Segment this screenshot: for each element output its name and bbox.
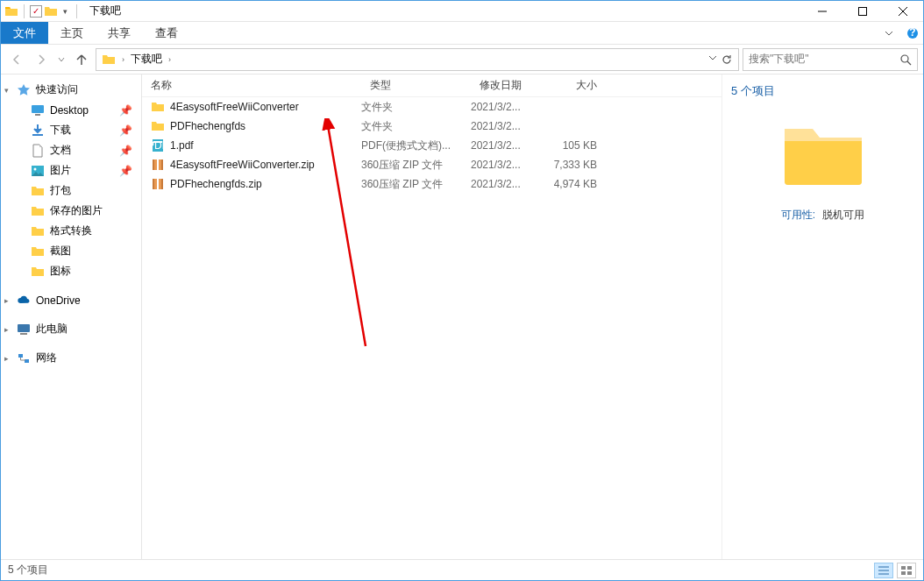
maximize-button[interactable] [842, 1, 883, 22]
file-type: 文件夹 [361, 119, 471, 134]
pin-icon: 📌 [119, 124, 132, 137]
folder-icon [31, 265, 45, 279]
view-details-button[interactable] [874, 563, 893, 578]
sidebar-item-folder[interactable]: 打包 [1, 181, 141, 201]
chevron-right-icon[interactable]: ▸ [4, 296, 9, 305]
column-header-type[interactable]: 类型 [361, 78, 471, 93]
close-button[interactable] [883, 1, 923, 22]
sidebar-item-folder[interactable]: 截图 [1, 241, 141, 261]
document-icon [31, 144, 45, 158]
file-date: 2021/3/2... [471, 120, 541, 132]
svg-rect-15 [18, 354, 23, 358]
back-button[interactable] [6, 49, 27, 70]
column-header-name[interactable]: 名称 [142, 78, 361, 93]
file-date: 2021/3/2... [471, 159, 541, 171]
search-input[interactable]: 搜索"下载吧" [743, 48, 918, 71]
sidebar-network[interactable]: ▸ 网络 [1, 348, 141, 368]
sidebar-onedrive[interactable]: ▸ OneDrive [1, 290, 141, 310]
refresh-icon[interactable] [721, 53, 733, 66]
navigation-bar: › 下载吧 › 搜索"下载吧" [1, 45, 923, 74]
preview-pane: 5 个项目 可用性: 脱机可用 [721, 74, 923, 559]
sidebar-item-folder[interactable]: 图标 [1, 261, 141, 281]
file-list[interactable]: 名称 类型 修改日期 大小 4EasysoftFreeWiiConverter文… [142, 74, 721, 559]
folder-icon [151, 119, 165, 133]
file-row[interactable]: PDFhechengfds.zip360压缩 ZIP 文件2021/3/2...… [142, 174, 721, 194]
svg-text:?: ? [909, 27, 915, 39]
availability-label: 可用性: [781, 208, 815, 223]
tab-home[interactable]: 主页 [48, 22, 96, 44]
sidebar-item-desktop[interactable]: Desktop 📌 [1, 100, 141, 120]
tab-view[interactable]: 查看 [143, 22, 190, 44]
svg-rect-13 [18, 324, 30, 332]
file-date: 2021/3/2... [471, 101, 541, 113]
file-row[interactable]: 4EasysoftFreeWiiConverter文件夹2021/3/2... [142, 97, 721, 117]
sidebar-item-label: 打包 [50, 183, 71, 198]
pin-icon: 📌 [119, 145, 132, 157]
folder-icon [31, 204, 45, 218]
forward-button[interactable] [31, 49, 52, 70]
qat-check-icon[interactable]: ✓ [30, 5, 42, 18]
column-headers: 名称 类型 修改日期 大小 [142, 74, 721, 97]
file-date: 2021/3/2... [471, 139, 541, 152]
availability-row: 可用性: 脱机可用 [781, 208, 864, 223]
file-type: PDF(便携式文档)... [361, 138, 471, 153]
help-icon[interactable]: ? [902, 22, 923, 44]
minimize-button[interactable] [802, 1, 842, 22]
sidebar-item-label: 下载 [50, 123, 71, 138]
file-row[interactable]: PDF1.pdfPDF(便携式文档)...2021/3/2...105 KB [142, 136, 721, 155]
sidebar: ▾ 快速访问 Desktop 📌 下载 📌 文档 📌 图片 📌 打包 [1, 74, 142, 559]
download-icon [31, 124, 45, 138]
qat-dropdown-icon[interactable]: ▾ [60, 7, 71, 16]
sidebar-item-folder[interactable]: 格式转换 [1, 221, 141, 241]
svg-rect-14 [20, 333, 27, 335]
address-dropdown-icon[interactable] [708, 53, 717, 66]
file-name: 1.pdf [170, 139, 194, 152]
view-icons-button[interactable] [897, 563, 916, 578]
svg-rect-31 [907, 566, 912, 570]
chevron-right-icon[interactable]: › [119, 55, 127, 64]
folder-icon [151, 100, 165, 114]
sidebar-item-label: 格式转换 [50, 223, 92, 238]
expand-ribbon-icon[interactable] [876, 22, 902, 44]
file-tab[interactable]: 文件 [1, 22, 48, 44]
sidebar-item-documents[interactable]: 文档 📌 [1, 140, 141, 160]
address-bar[interactable]: › 下载吧 › [96, 48, 739, 71]
up-button[interactable] [71, 49, 92, 70]
breadcrumb-segment[interactable]: 下载吧 [127, 52, 166, 67]
sidebar-item-pictures[interactable]: 图片 📌 [1, 160, 141, 181]
chevron-down-icon[interactable]: ▾ [4, 86, 9, 95]
sidebar-item-label: Desktop [50, 104, 89, 117]
item-count: 5 个项目 [731, 83, 775, 99]
file-size: 4,974 KB [541, 178, 611, 190]
file-size: 7,333 KB [541, 159, 611, 171]
file-row[interactable]: 4EasysoftFreeWiiConverter.zip360压缩 ZIP 文… [142, 155, 721, 174]
sidebar-this-pc[interactable]: ▸ 此电脑 [1, 319, 141, 339]
ribbon: 文件 主页 共享 查看 ? [1, 22, 923, 45]
cloud-icon [17, 294, 31, 308]
sidebar-quick-access[interactable]: ▾ 快速访问 [1, 80, 141, 100]
column-header-size[interactable]: 大小 [541, 78, 611, 93]
sidebar-item-folder[interactable]: 保存的图片 [1, 201, 141, 221]
svg-rect-1 [859, 7, 867, 15]
history-dropdown-icon[interactable] [55, 49, 68, 70]
chevron-right-icon[interactable]: ▸ [4, 325, 9, 334]
chevron-right-icon[interactable]: ▸ [4, 354, 9, 363]
chevron-right-icon[interactable]: › [166, 55, 174, 64]
network-icon [17, 351, 31, 365]
pin-icon: 📌 [119, 104, 132, 117]
tab-share[interactable]: 共享 [96, 22, 143, 44]
file-date: 2021/3/2... [471, 178, 541, 190]
file-row[interactable]: PDFhechengfds文件夹2021/3/2... [142, 117, 721, 136]
svg-text:PDF: PDF [151, 139, 165, 152]
address-root-icon[interactable] [98, 53, 119, 67]
column-header-date[interactable]: 修改日期 [471, 78, 541, 93]
title-bar: ✓ ▾ 下载吧 [1, 1, 923, 22]
search-icon[interactable] [899, 53, 912, 66]
body-area: ▾ 快速访问 Desktop 📌 下载 📌 文档 📌 图片 📌 打包 [1, 74, 923, 559]
sidebar-item-downloads[interactable]: 下载 📌 [1, 120, 141, 140]
zip-icon [151, 177, 165, 191]
main-area: 名称 类型 修改日期 大小 4EasysoftFreeWiiConverter文… [142, 74, 923, 559]
pdf-icon: PDF [151, 138, 165, 152]
sidebar-item-label: 文档 [50, 143, 71, 158]
star-icon [17, 83, 31, 97]
